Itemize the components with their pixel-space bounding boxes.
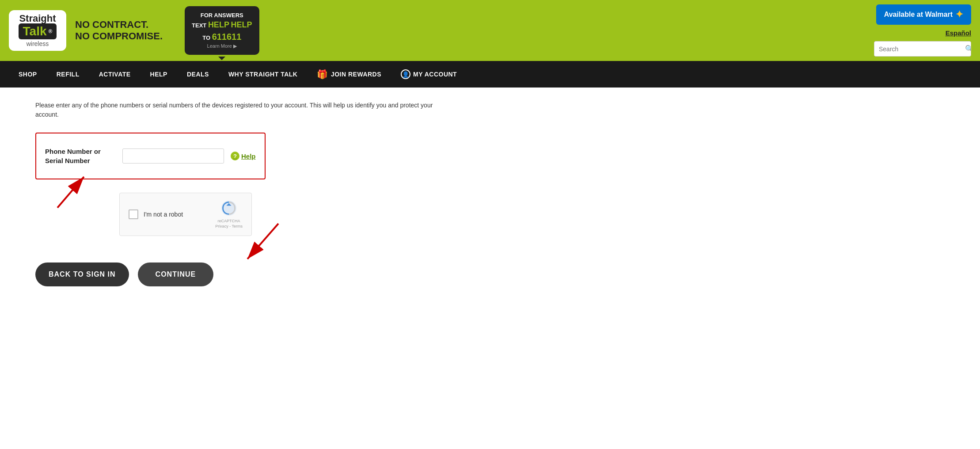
phone-input[interactable] bbox=[122, 148, 224, 164]
captcha-label: I'm not a robot bbox=[144, 211, 183, 218]
search-input[interactable] bbox=[874, 42, 961, 56]
account-icon: 👤 bbox=[401, 69, 410, 79]
continue-button[interactable]: CONTINUE bbox=[138, 263, 214, 286]
nav-item-activate[interactable]: ACTIVATE bbox=[89, 63, 141, 86]
chat-bubble: FOR ANSWERS TEXT HELP HELP TO 611611 Lea… bbox=[185, 6, 259, 55]
nav-item-deals[interactable]: DEALS bbox=[177, 63, 219, 86]
walmart-spark-icon: ✦ bbox=[955, 9, 963, 20]
tagline: NO CONTRACT.NO COMPROMISE. bbox=[75, 19, 163, 42]
form-row: Phone Number or Serial Number ? Help bbox=[45, 147, 256, 165]
walmart-button[interactable]: Available at Walmart ✦ bbox=[876, 4, 971, 25]
phone-label: Phone Number or Serial Number bbox=[45, 147, 116, 165]
logo-straight: Straight bbox=[19, 14, 56, 23]
arrow3 bbox=[163, 298, 217, 300]
svg-line-4 bbox=[247, 224, 278, 259]
header-right: Available at Walmart ✦ Español 🔍 bbox=[874, 4, 971, 57]
buttons-row: BACK TO SIGN IN CONTINUE bbox=[35, 263, 451, 286]
back-to-signin-button[interactable]: BACK TO SIGN IN bbox=[35, 263, 129, 286]
nav-item-why[interactable]: WHY STRAIGHT TALK bbox=[219, 63, 308, 86]
help-highlight: HELP bbox=[231, 20, 252, 29]
search-button[interactable]: 🔍 bbox=[961, 42, 971, 56]
rewards-icon: 🎁 bbox=[317, 69, 328, 80]
recaptcha-brand: reCAPTCHA bbox=[218, 219, 240, 223]
help-link[interactable]: ? Help bbox=[231, 152, 256, 160]
captcha-left: I'm not a robot bbox=[129, 209, 183, 219]
header-left: Straight Talk® wireless NO CONTRACT.NO C… bbox=[9, 6, 259, 55]
header: Straight Talk® wireless NO CONTRACT.NO C… bbox=[0, 0, 980, 61]
nav-item-rewards[interactable]: 🎁 JOIN REWARDS bbox=[307, 61, 391, 88]
captcha-box: I'm not a robot reCAPTCHA Privacy - Term… bbox=[119, 193, 252, 236]
svg-point-2 bbox=[221, 201, 236, 216]
captcha-checkbox[interactable] bbox=[129, 209, 138, 219]
logo-talk: Talk® bbox=[19, 23, 57, 39]
help-question-icon: ? bbox=[231, 152, 239, 160]
search-box: 🔍 bbox=[874, 41, 971, 57]
captcha-right: reCAPTCHA Privacy - Terms bbox=[215, 200, 243, 228]
nav-item-shop[interactable]: SHOP bbox=[9, 63, 47, 86]
logo-box: Straight Talk® wireless bbox=[9, 10, 66, 51]
recaptcha-links: Privacy - Terms bbox=[215, 224, 243, 228]
nav-item-refill[interactable]: REFILL bbox=[47, 63, 89, 86]
main-content: Please enter any of the phone numbers or… bbox=[0, 88, 486, 300]
phone-form-section: Phone Number or Serial Number ? Help bbox=[35, 133, 266, 179]
nav-item-myaccount[interactable]: 👤 MY ACCOUNT bbox=[391, 61, 467, 87]
recaptcha-logo bbox=[221, 200, 237, 218]
nav-bar: SHOP REFILL ACTIVATE HELP DEALS WHY STRA… bbox=[0, 61, 980, 88]
nav-item-help[interactable]: HELP bbox=[141, 63, 177, 86]
info-text: Please enter any of the phone numbers or… bbox=[35, 101, 451, 119]
espanol-link[interactable]: Español bbox=[946, 29, 971, 37]
logo-wireless: wireless bbox=[27, 40, 49, 47]
